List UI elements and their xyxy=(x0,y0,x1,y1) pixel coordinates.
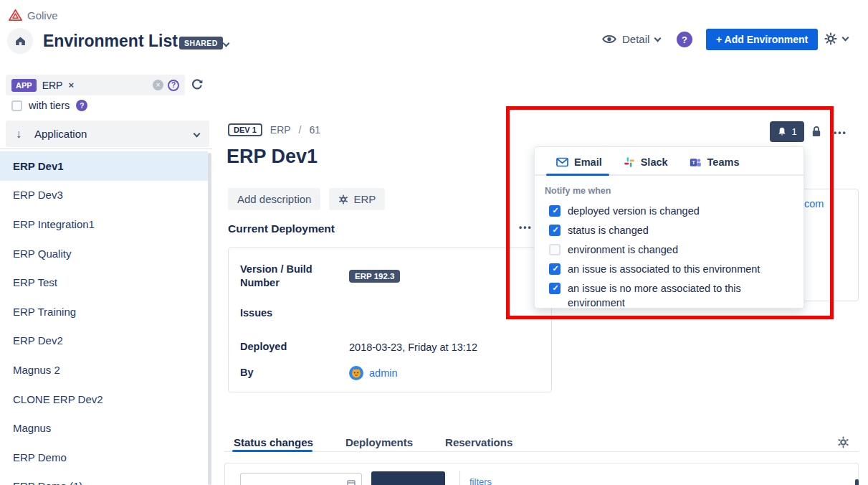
option-checkbox[interactable] xyxy=(549,205,561,217)
grouping-chevron-down-icon xyxy=(194,131,201,138)
environment-list-item[interactable]: ERP Dev3 xyxy=(0,181,208,210)
environment-list-item-label: Magnus 2 xyxy=(13,364,60,376)
notify-me-when-label: Notify me when xyxy=(545,186,803,196)
tiers-help-icon[interactable]: ? xyxy=(76,100,87,111)
add-description-button[interactable]: Add description xyxy=(228,188,320,210)
environment-list-item[interactable]: ERP Demo xyxy=(0,443,208,472)
shared-badge: SHARED xyxy=(179,37,223,50)
home-icon xyxy=(14,35,27,47)
teams-icon: T xyxy=(690,157,702,168)
history-gear-icon xyxy=(837,436,849,448)
title-chevron-down-icon[interactable] xyxy=(223,40,230,47)
tab-teams[interactable]: T Teams xyxy=(690,156,740,174)
option-checkbox[interactable] xyxy=(549,225,561,236)
environment-list-item[interactable]: ERP Quality xyxy=(0,239,208,268)
filter-help-icon[interactable]: ? xyxy=(168,80,179,91)
tab-slack[interactable]: Slack xyxy=(624,156,668,174)
notification-popup: Email Slack T Tea xyxy=(534,146,804,309)
version-badge[interactable]: ERP 192.3 xyxy=(349,270,400,283)
history-tabs-divider xyxy=(224,451,859,452)
notification-option: deployed version is changed xyxy=(535,202,803,221)
refresh-button[interactable] xyxy=(191,77,204,90)
arrow-down-icon: ↓ xyxy=(16,128,22,141)
version-label: Version / Build Number xyxy=(240,263,349,290)
settings-menu[interactable] xyxy=(824,32,848,45)
environment-list-item[interactable]: Magnus xyxy=(0,413,208,443)
by-label: By xyxy=(240,366,349,380)
environment-list-item[interactable]: CLONE ERP Dev2 xyxy=(0,385,208,414)
environment-list-item-label: ERP Test xyxy=(13,276,57,288)
gear-icon xyxy=(824,32,837,45)
history-settings-button[interactable] xyxy=(837,436,849,448)
option-checkbox[interactable] xyxy=(549,244,561,255)
environment-menu-dots-icon[interactable]: ••• xyxy=(834,128,847,138)
add-environment-label: + Add Environment xyxy=(716,34,808,45)
breadcrumb-id[interactable]: 61 xyxy=(309,124,320,136)
environment-list-item[interactable]: ERP Demo (1) xyxy=(0,472,208,485)
grouping-dropdown[interactable]: ↓ Application xyxy=(6,121,209,147)
tab-reservations[interactable]: Reservations xyxy=(445,436,512,448)
environment-list-item[interactable]: ERP Integration1 xyxy=(0,209,208,239)
environment-url-fragment[interactable]: com xyxy=(804,198,824,209)
tab-email[interactable]: Email xyxy=(556,156,602,174)
view-mode-chevron-down-icon xyxy=(654,34,662,42)
filter-type-badge: APP xyxy=(11,79,37,92)
by-user-link[interactable]: admin xyxy=(369,367,398,379)
option-checkbox[interactable] xyxy=(549,263,561,275)
chip-remove-icon[interactable]: × xyxy=(68,80,74,90)
eye-icon xyxy=(602,34,616,44)
option-label[interactable]: status is changed xyxy=(568,223,649,237)
environment-list-item-label: Magnus xyxy=(13,422,51,434)
environment-list-item-label: ERP Quality xyxy=(13,248,71,260)
help-button[interactable]: ? xyxy=(677,32,692,47)
grouping-label: Application xyxy=(34,128,87,140)
app-logo: Golive xyxy=(9,9,58,22)
with-tiers-checkbox[interactable] xyxy=(11,100,22,111)
date-filter-input[interactable] xyxy=(240,473,362,485)
lock-icon xyxy=(811,126,822,138)
option-label[interactable]: an issue is no more associated to this e… xyxy=(568,281,783,310)
deployed-value: 2018-03-23, Friday at 13:12 xyxy=(349,340,477,354)
environment-list-item[interactable]: ERP Training xyxy=(0,297,208,326)
filter-input[interactable]: APP ERP × × ? xyxy=(6,75,185,95)
sidebar-scrollbar[interactable] xyxy=(208,153,211,485)
tab-teams-label: Teams xyxy=(707,156,740,168)
with-tiers-label: with tiers xyxy=(29,100,70,111)
environment-list-item-label: ERP Integration1 xyxy=(13,218,95,230)
environment-list-item[interactable]: Magnus 2 xyxy=(0,355,208,385)
notifications-button[interactable]: 1 xyxy=(770,121,804,142)
tab-deployments[interactable]: Deployments xyxy=(345,436,413,448)
breadcrumb-app[interactable]: ERP xyxy=(270,124,291,136)
tab-status-changes[interactable]: Status changes xyxy=(234,436,313,448)
tab-email-label: Email xyxy=(574,156,602,168)
environment-list: ERP Dev1 ERP Dev3 ERP Integration1 ERP Q… xyxy=(0,151,208,485)
environment-list-item-label: ERP Dev3 xyxy=(13,189,63,201)
environment-list-item-label: ERP Training xyxy=(13,306,76,318)
option-checkbox[interactable] xyxy=(549,283,561,294)
svg-text:T: T xyxy=(692,159,695,166)
avatar xyxy=(349,366,363,380)
environment-list-item-label: ERP Demo xyxy=(13,451,67,463)
tab-slack-label: Slack xyxy=(641,156,668,168)
environment-list-item[interactable]: ERP Dev2 xyxy=(0,326,208,356)
add-description-label: Add description xyxy=(237,193,311,205)
environment-list-item[interactable]: ERP Dev1 xyxy=(0,151,208,181)
category-button[interactable]: ERP xyxy=(329,188,385,210)
clear-filter-icon[interactable]: × xyxy=(153,80,163,90)
environment-list-item[interactable]: ERP Test xyxy=(0,268,208,297)
view-mode-dropdown[interactable]: Detail xyxy=(602,33,660,45)
add-environment-button[interactable]: + Add Environment xyxy=(706,29,818,50)
home-button[interactable] xyxy=(7,28,33,54)
option-label[interactable]: deployed version is changed xyxy=(568,204,700,218)
option-label[interactable]: an issue is associated to this environme… xyxy=(568,262,760,276)
panel-kebab-icon[interactable] xyxy=(855,479,859,485)
settings-chevron-down-icon xyxy=(842,34,849,42)
filters-link[interactable]: filters xyxy=(469,476,492,485)
view-mode-label: Detail xyxy=(622,33,649,45)
notification-option: environment is changed xyxy=(535,240,803,260)
option-label[interactable]: environment is changed xyxy=(568,242,678,257)
apply-button[interactable] xyxy=(371,471,445,485)
lock-button[interactable] xyxy=(811,126,822,138)
sidebar-divider xyxy=(0,149,212,149)
deployment-menu-dots-icon[interactable]: ••• xyxy=(519,222,533,232)
